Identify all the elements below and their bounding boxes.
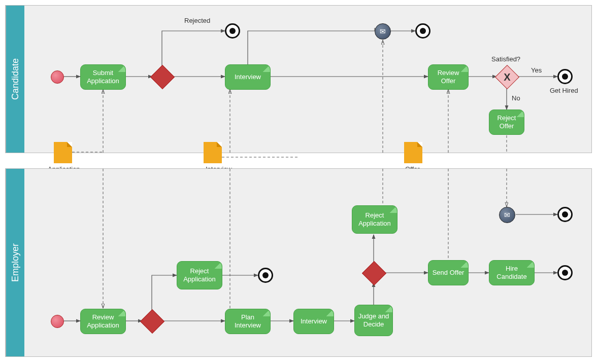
employer-end-msg (557, 207, 573, 222)
employer-gateway-2 (362, 261, 386, 285)
candidate-message-event: ✉ (375, 23, 391, 40)
task-label: Interview (235, 73, 261, 81)
employer-start-event (51, 315, 64, 328)
task-send-offer: Send Offer (428, 260, 469, 285)
employer-end-reject1 (258, 268, 273, 283)
employer-end-hire (557, 265, 573, 280)
candidate-gateway-1 (150, 65, 175, 89)
task-label: Reject Application (179, 267, 220, 283)
candidate-end-hired (557, 69, 573, 84)
task-submit-application: Submit Application (80, 64, 126, 90)
task-hire-candidate: Hire Candidate (489, 260, 535, 285)
candidate-end-rejected (225, 23, 240, 39)
task-judge-decide: Judge and Decide (354, 305, 393, 336)
task-label: Submit Application (83, 69, 123, 85)
pool-employer-body: Review Application Reject Application Pl… (24, 169, 591, 356)
task-label: Interview (301, 317, 327, 325)
diagram-container: Candidate (5, 5, 592, 357)
artifact-application (54, 142, 72, 163)
task-reject-application-2: Reject Application (352, 205, 397, 234)
artifact-interview-invitation (204, 142, 222, 163)
yes-label: Yes (531, 66, 542, 74)
artifact-offer (404, 142, 422, 163)
satisfied-label: Satisfied? (491, 55, 520, 63)
task-label: Plan Interview (227, 313, 268, 329)
task-plan-interview: Plan Interview (225, 309, 271, 334)
task-reject-application-1: Reject Application (177, 261, 222, 289)
employer-message-event: ✉ (499, 207, 515, 223)
candidate-end-msg (415, 23, 430, 39)
rejected-label: Rejected (184, 17, 210, 24)
get-hired-label: Get Hired (550, 87, 578, 94)
task-label: Judge and Decide (357, 312, 390, 328)
task-review-offer: Review Offer (428, 64, 469, 90)
candidate-gateway-satisfied: X (495, 65, 519, 89)
candidate-start-event (51, 70, 64, 84)
task-employer-interview: Interview (293, 309, 334, 334)
pool-candidate: Candidate (5, 5, 592, 153)
task-candidate-interview: Interview (225, 64, 271, 90)
pool-candidate-body: Submit Application Rejected Interview ✉ … (24, 6, 591, 153)
pool-employer-header: Employer (6, 169, 24, 356)
pool-employer: Employer (5, 168, 592, 357)
employer-gateway-1 (140, 309, 164, 334)
task-review-application: Review Application (80, 309, 126, 334)
pool-candidate-header: Candidate (6, 6, 24, 153)
task-label: Review Application (83, 313, 123, 329)
task-label: Reject Application (354, 211, 395, 227)
no-label: No (512, 94, 520, 102)
task-label: Send Offer (433, 269, 465, 277)
task-reject-offer: Reject Offer (489, 110, 524, 135)
task-label: Hire Candidate (491, 265, 532, 280)
